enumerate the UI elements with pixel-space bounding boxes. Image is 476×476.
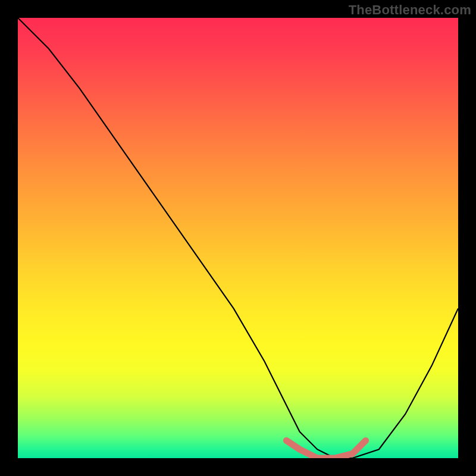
plot-area: [18, 18, 458, 458]
curve-svg: [18, 18, 458, 458]
bottleneck-curve: [18, 18, 458, 458]
highlight-segment: [286, 440, 365, 458]
chart-frame: TheBottleneck.com: [0, 0, 476, 476]
watermark-text: TheBottleneck.com: [349, 2, 471, 18]
